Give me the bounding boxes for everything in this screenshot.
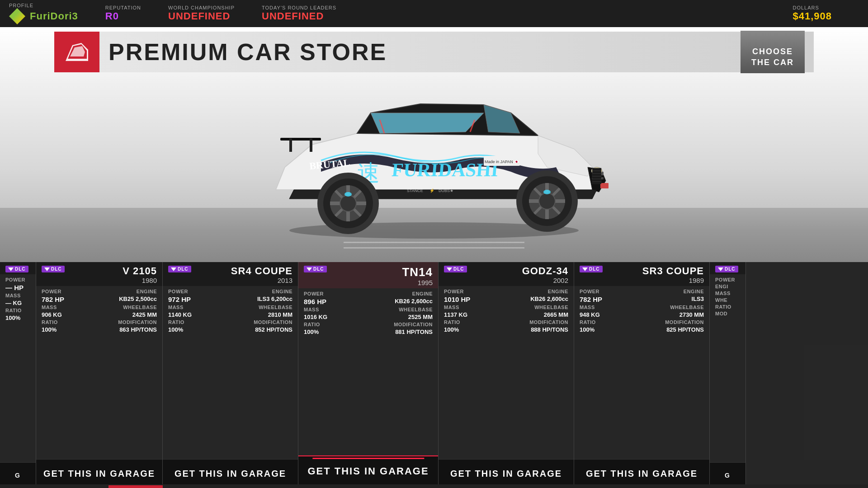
car-stats-godz34: POWER ENGINE 1010 HP KB26 2,600cc MASS W… [439,286,574,459]
stat-row: — KG [5,300,30,306]
car-year-tn14: 1995 [402,279,433,286]
leaders-value: UNDEFINED [262,10,336,22]
car-card-v2105: DLC V 2105 1980 POWER ENGINE 782 HP KB25… [36,262,163,488]
dlc-arrow-icon [718,267,723,271]
mass-label: MASS [42,305,57,310]
stat-power-label: POWER [5,277,25,282]
stat-row: 1140 KG 2810 MM [168,311,292,318]
power-value-sr4coupe: 972 HP [168,296,191,303]
stat-row: RATIO MODIFICATION [580,319,704,325]
dlc-badge-partial-right: DLC [715,266,738,272]
car-name-group-v2105: V 2105 1980 [123,266,157,284]
mass-value-godz34: 1137 KG [444,311,467,318]
svg-text:STANCE: STANCE [407,188,423,193]
main-car-display: FURIDASHI 速 Made in JAPAN 🇯🇵 BRUTAL STAN… [231,50,637,249]
stat-row: 1016 KG 2525 MM [304,314,433,320]
ratio-label: RATIO [304,322,320,327]
wheelbase-value-sr3coupe: 2730 MM [679,311,704,318]
stat-row: MASS WHEELBASE [168,305,292,310]
engine-label: ENGINE [684,289,704,294]
svg-text:⚡: ⚡ [429,188,435,193]
svg-point-31 [344,192,352,197]
profile-label: PROFILE [9,3,78,8]
car-stats-sr3coupe: POWER ENGINE 782 HP ILS3 MASS WHEELBASE … [574,286,709,459]
get-garage-button-godz34[interactable]: GET THIS IN GARAGE [439,459,574,488]
dlc-arrow-icon [8,267,14,271]
get-garage-button-sr4coupe[interactable]: GET THIS IN GARAGE [163,459,298,488]
store-logo [54,32,99,72]
car-stats-v2105: POWER ENGINE 782 HP KB25 2,500cc MASS WH… [36,286,162,459]
power-label: POWER [715,277,735,282]
engine-value-v2105: KB25 2,500cc [119,296,157,303]
stat-row: WHE [715,297,740,303]
stat-row: 100% 863 HP/TONS [42,326,157,333]
car-stats-sr4coupe: POWER ENGINE 972 HP ILS3 6,200cc MASS WH… [163,286,298,459]
power-value-sr3coupe: 782 HP [580,296,602,303]
ratio-value-sr3coupe: 100% [580,326,594,333]
selected-indicator [312,458,424,459]
dollars-section: DOLLARS $41,908 [793,5,832,22]
stat-row: 1010 HP KB26 2,600cc [444,296,568,303]
wheelbase-label: WHE [715,297,727,303]
get-garage-button-sr3coupe[interactable]: GET THIS IN GARAGE [574,459,709,488]
stat-ratio-label: RATIO [5,308,22,313]
mass-label: MASS [304,307,319,312]
profile-icon [9,8,25,24]
dollars-value: $41,908 [793,10,832,22]
progress-indicator [108,485,163,488]
modification-label: MODIFICATION [529,319,568,325]
stat-row: RATIO MODIFICATION [444,319,568,325]
stat-mass-label: MASS [5,293,21,298]
leaders-section: TODAY'S ROUND LEADERS UNDEFINED [262,5,336,22]
car-name-sr3coupe: SR3 COUPE [642,266,704,277]
leaders-label: TODAY'S ROUND LEADERS [262,5,336,10]
dollars-label: DOLLARS [793,5,832,10]
stat-row: POWER ENGINE [304,291,433,296]
dlc-arrow-icon [447,267,452,271]
stat-row: 100% 852 HP/TONS [168,326,292,333]
car-name-tn14: TN14 [402,266,433,279]
power-value-v2105: 782 HP [42,296,64,303]
modification-label: MODIFICATION [394,322,433,327]
car-card-header-sr3coupe: DLC SR3 COUPE 1989 [574,262,709,286]
power-label: POWER [304,291,324,296]
engine-label: ENGI [715,284,728,289]
modification-value-godz34: 888 HP/TONS [531,326,568,333]
stat-row: ENGI [715,284,740,289]
stat-row: MASS [715,291,740,296]
dlc-arrow-icon [171,267,176,271]
stat-row: MASS WHEELBASE [444,305,568,310]
car-card-header-v2105: DLC V 2105 1980 [36,262,162,286]
modification-label: MODIFICATION [118,319,157,325]
modification-value-sr3coupe: 825 HP/TONS [666,326,704,333]
engine-label: ENGINE [412,291,433,296]
choose-car-button[interactable]: CHOOSE THE CAR [741,31,805,73]
car-card-header-sr4coupe: DLC SR4 COUPE 2013 [163,262,298,286]
stat-row: POWER [5,277,30,282]
svg-text:Made in JAPAN 🇯🇵: Made in JAPAN 🇯🇵 [485,159,519,164]
stat-row: RATIO MODIFICATION [168,319,292,325]
car-name-godz34: GODZ-34 [522,266,568,277]
wheelbase-label: WHEELBASE [399,307,433,312]
ratio-label: RATIO [42,319,58,325]
power-label: POWER [168,289,188,294]
stat-row: 100% [5,314,30,321]
mass-value-tn14: 1016 KG [304,314,327,320]
car-name-group-sr3coupe: SR3 COUPE 1989 [642,266,704,284]
car-name-group-godz34: GODZ-34 2002 [522,266,568,284]
wheelbase-label: WHEELBASE [259,305,292,310]
stat-row: RATIO MODIFICATION [42,319,157,325]
modification-value-tn14: 881 HP/TONS [395,328,433,335]
engine-value-godz34: KB26 2,600cc [530,296,568,303]
get-garage-button-tn14[interactable]: GET THIS IN GARAGE [298,455,438,486]
dlc-arrow-icon [307,267,312,271]
ratio-value-v2105: 100% [42,326,57,333]
get-garage-button-v2105[interactable]: GET THIS IN GARAGE [36,459,162,488]
dlc-arrow-icon [582,267,588,271]
stat-row: POWER ENGINE [580,289,704,294]
modification-label: MODIFICATION [665,319,704,325]
car-card-sr4coupe: DLC SR4 COUPE 2013 POWER ENGINE 972 HP I… [163,262,298,488]
wheelbase-value-tn14: 2525 MM [408,314,433,320]
car-year-sr3coupe: 1989 [642,277,704,284]
svg-rect-5 [600,183,609,188]
